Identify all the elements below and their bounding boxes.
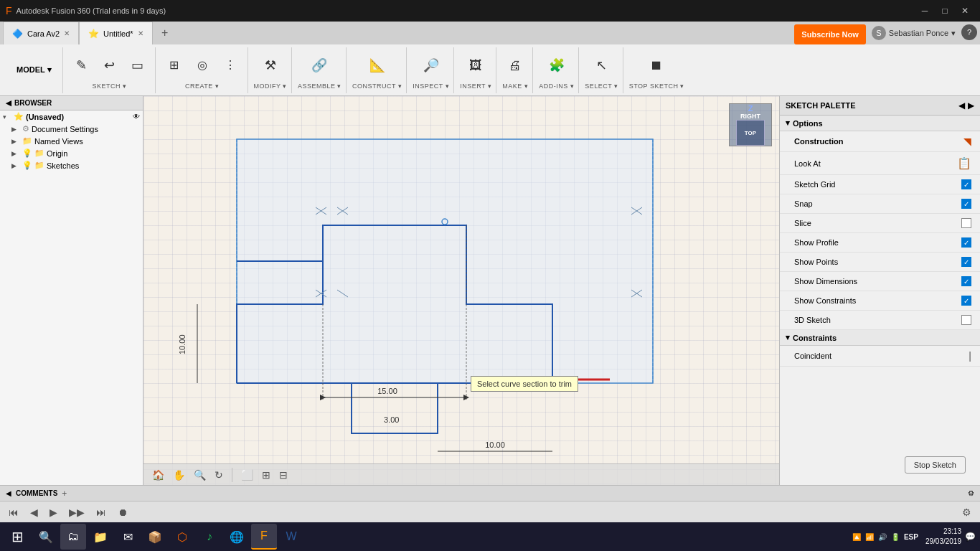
sketch-undo-button[interactable]: ↩ [97, 51, 123, 80]
browser-item-doc-settings[interactable]: ▶ ⚙ Document Settings [0, 123, 143, 135]
palette-show-dimensions[interactable]: Show Dimensions ✓ [780, 272, 980, 291]
taskbar-spotify[interactable]: ♪ [197, 524, 222, 550]
palette-show-points[interactable]: Show Points ✓ [780, 253, 980, 272]
help-button[interactable]: ? [961, 24, 977, 40]
systray-language[interactable]: ESP [904, 533, 918, 541]
root-visible-icon[interactable]: 👁 [133, 113, 140, 121]
grid-btn[interactable]: ⊞ [259, 469, 273, 481]
make-label[interactable]: MAKE ▾ [502, 83, 528, 90]
close-button[interactable]: ✕ [956, 4, 974, 18]
show-profile-checkbox[interactable]: ✓ [961, 237, 971, 248]
browser-item-origin[interactable]: ▶ 💡 📁 Origin [0, 147, 143, 159]
add-comment-btn[interactable]: + [62, 489, 67, 499]
modify-label[interactable]: MODIFY ▾ [254, 83, 287, 90]
create-btn-2[interactable]: ◎ [189, 51, 215, 80]
create-btn-3[interactable]: ⋮ [217, 51, 243, 80]
palette-show-constraints[interactable]: Show Constraints ✓ [780, 291, 980, 311]
taskbar-word[interactable]: W [278, 524, 304, 550]
show-constraints-checkbox[interactable]: ✓ [961, 296, 971, 306]
nav-home-btn[interactable]: 🏠 [149, 469, 167, 481]
tab-untitled-close[interactable]: ✕ [138, 29, 143, 37]
palette-slice[interactable]: Slice [780, 214, 980, 233]
search-button[interactable]: 🔍 [33, 524, 59, 550]
options-section-header[interactable]: ▾ Options [780, 116, 980, 131]
assemble-label[interactable]: ASSEMBLE ▾ [298, 83, 341, 90]
browser-item-sketches[interactable]: ▶ 💡 📁 Sketches [0, 159, 143, 171]
show-dimensions-checkbox[interactable]: ✓ [961, 276, 971, 286]
taskbar-fusion-orange[interactable]: ⬡ [169, 524, 195, 550]
show-points-checkbox[interactable]: ✓ [961, 257, 971, 267]
nav-orbit-btn[interactable]: ↻ [212, 469, 226, 481]
select-label[interactable]: SELECT ▾ [585, 83, 618, 90]
browser-item-named-views[interactable]: ▶ 📁 Named Views [0, 135, 143, 147]
insert-btn[interactable]: 🖼 [463, 51, 489, 80]
comments-expand-btn[interactable]: ◀ [6, 489, 11, 497]
select-btn[interactable]: ↖ [589, 51, 615, 80]
subscribe-button[interactable]: Subscribe Now [794, 24, 865, 44]
more-display-btn[interactable]: ⊟ [276, 469, 291, 481]
palette-collapse-left[interactable]: ◀ [958, 100, 965, 110]
settings-gear-btn[interactable]: ⚙ [959, 507, 974, 518]
taskbar-dropbox[interactable]: 📦 [142, 524, 168, 550]
browser-item-root[interactable]: ▾ ⭐ (Unsaved) 👁 [0, 110, 143, 123]
taskbar-chrome[interactable]: 🌐 [224, 524, 250, 550]
sketch-svg[interactable]: 15.00 10.00 10.00 3.00 [143, 96, 779, 485]
taskbar-email[interactable]: ✉ [115, 524, 141, 550]
browser-collapse-icon[interactable]: ◀ [6, 99, 11, 107]
inspect-label[interactable]: INSPECT ▾ [413, 83, 449, 90]
palette-construction[interactable]: Construction ◥ [780, 131, 980, 152]
inspect-btn[interactable]: 🔎 [418, 51, 444, 80]
palette-sketch-grid[interactable]: Sketch Grid ✓ [780, 175, 980, 194]
stop-sketch-btn[interactable]: ⏹ [644, 51, 669, 80]
create-btn-1[interactable]: ⊞ [161, 51, 187, 80]
snap-checkbox[interactable]: ✓ [961, 199, 971, 209]
add-ins-btn[interactable]: 🧩 [544, 51, 570, 80]
sketch-grid-checkbox[interactable]: ✓ [961, 179, 971, 189]
playback-prev-btn[interactable]: ◀ [27, 507, 41, 518]
slice-checkbox[interactable] [961, 218, 971, 228]
tab-cara[interactable]: 🔷 Cara Av2 ✕ [3, 22, 79, 44]
settings-btn[interactable]: ⚙ [968, 489, 974, 497]
playback-next-btn[interactable]: ▶▶ [66, 507, 88, 518]
insert-label[interactable]: INSERT ▾ [460, 83, 491, 90]
maximize-button[interactable]: □ [936, 4, 954, 18]
stop-sketch-button[interactable]: Stop Sketch [905, 456, 966, 474]
3d-sketch-checkbox[interactable] [961, 315, 971, 325]
notification-button[interactable]: 💬 [963, 529, 977, 544]
palette-snap[interactable]: Snap ✓ [780, 194, 980, 214]
record-btn[interactable]: ⏺ [115, 507, 131, 518]
make-btn[interactable]: 🖨 [502, 51, 528, 80]
playback-play-btn[interactable]: ▶ [47, 507, 60, 518]
construct-btn[interactable]: 📐 [364, 51, 390, 80]
systray-up-arrow[interactable]: 🔼 [852, 533, 861, 541]
palette-look-at[interactable]: Look At 📋 [780, 152, 980, 175]
taskbar-fusion-active[interactable]: F [251, 524, 277, 550]
assemble-btn[interactable]: 🔗 [306, 51, 332, 80]
model-selector-button[interactable]: MODEL ▾ [11, 63, 57, 77]
playback-start-btn[interactable]: ⏮ [6, 507, 22, 518]
create-section-label[interactable]: CREATE ▾ [185, 83, 219, 90]
tab-cara-close[interactable]: ✕ [64, 29, 70, 37]
sketch-rect-button[interactable]: ▭ [125, 51, 151, 80]
tab-untitled[interactable]: ⭐ Untitled* ✕ [79, 22, 153, 44]
start-button[interactable]: ⊞ [3, 522, 32, 551]
playback-end-btn[interactable]: ⏭ [93, 507, 109, 518]
nav-zoom-btn[interactable]: 🔍 [191, 469, 209, 481]
add-tab-button[interactable]: + [156, 24, 174, 42]
add-ins-label[interactable]: ADD-INS ▾ [539, 83, 574, 90]
sketch-finish-button[interactable]: ✎ [69, 51, 95, 80]
palette-3d-sketch[interactable]: 3D Sketch [780, 311, 980, 330]
sketch-section-label[interactable]: SKETCH ▾ [93, 83, 127, 90]
user-button[interactable]: S Sebastian Ponce ▾ [872, 22, 956, 44]
stop-sketch-label[interactable]: STOP SKETCH ▾ [629, 83, 684, 90]
palette-coincident[interactable]: Coincident | [780, 346, 980, 367]
display-mode-btn[interactable]: ⬜ [238, 469, 256, 481]
minimize-button[interactable]: ─ [915, 4, 934, 18]
constraints-section-header[interactable]: ▾ Constraints [780, 330, 980, 346]
taskbar-explorer[interactable]: 📁 [88, 524, 113, 550]
nav-pan-btn[interactable]: ✋ [170, 469, 188, 481]
viewport[interactable]: Z RIGHT TOP [143, 96, 779, 485]
modify-btn[interactable]: ⚒ [258, 51, 283, 80]
construct-label[interactable]: CONSTRUCT ▾ [352, 83, 402, 90]
palette-expand-right[interactable]: ▶ [968, 100, 974, 110]
